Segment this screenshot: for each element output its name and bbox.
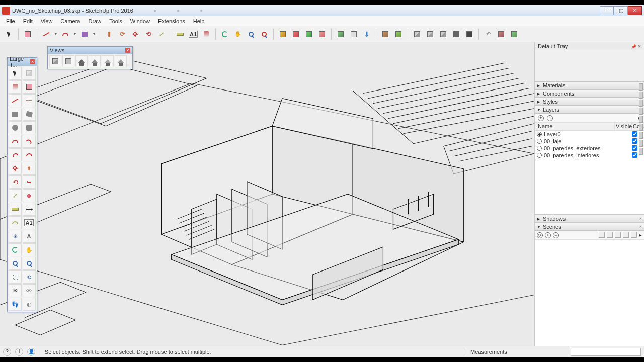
tb-axes[interactable]: ✳ (9, 230, 22, 243)
layer-active-radio[interactable] (537, 153, 542, 158)
scene-menu-button[interactable]: ▸ (639, 232, 642, 238)
layer-name[interactable]: 00_paredes_exteriores (544, 145, 627, 151)
tb-zoomwin[interactable] (23, 257, 36, 270)
shape-tool[interactable] (78, 28, 91, 40)
pan-tool[interactable]: ✋ (232, 28, 244, 40)
pin-icon[interactable]: 📌 (631, 44, 636, 49)
scene-view2-button[interactable] (623, 232, 629, 238)
offset-tool[interactable]: ⟳ (116, 28, 128, 40)
arc-tool[interactable] (59, 28, 71, 40)
large-toolset-panel[interactable]: Large T...× 〰 ✥ ⬆ ⟲ ↪ (7, 57, 37, 312)
solid1-tool[interactable] (379, 28, 391, 40)
shape-dropdown[interactable]: ▾ (92, 32, 97, 36)
menu-extensions[interactable]: Extensions (154, 17, 189, 25)
tb-rotate[interactable]: ⟲ (9, 175, 22, 189)
viewport[interactable] (0, 42, 534, 346)
menu-draw[interactable]: Draw (84, 17, 105, 25)
materials-panel-header[interactable]: ▶ Materials × (535, 81, 644, 89)
close-icon[interactable]: × (639, 224, 642, 229)
tray-title[interactable]: Default Tray 📌 × (535, 42, 644, 50)
geo2-tool[interactable] (348, 28, 360, 40)
layer-active-radio[interactable] (537, 146, 542, 151)
zoom-extents-tool[interactable] (258, 28, 270, 40)
rotate-tool[interactable]: ⟲ (142, 28, 154, 40)
scene-down-button[interactable] (607, 232, 613, 238)
remove-layer-button[interactable]: − (547, 115, 553, 121)
tb-line[interactable] (9, 94, 22, 107)
close-button[interactable]: ✕ (628, 6, 642, 15)
select-tool[interactable] (3, 28, 15, 40)
add-layer-button[interactable]: + (538, 115, 544, 121)
eraser-tool[interactable] (22, 28, 34, 40)
tb-arc3[interactable] (9, 148, 22, 161)
view-left[interactable] (115, 55, 127, 67)
styles-panel-header[interactable]: ▶ Styles × (535, 98, 644, 106)
tb-polygon[interactable] (23, 121, 36, 134)
tb-zoomext[interactable]: ⛶ (9, 270, 22, 284)
close-icon[interactable]: × (639, 216, 642, 221)
paint-tool[interactable] (200, 28, 212, 40)
tb-walk[interactable]: 👣 (9, 298, 22, 311)
layer-row[interactable]: 00_paredes_exteriores (535, 145, 644, 152)
tb-offset[interactable]: ⊚ (23, 189, 36, 202)
close-icon[interactable]: × (30, 59, 35, 64)
tb-paint[interactable] (9, 80, 22, 94)
tb-select[interactable] (9, 67, 22, 80)
measurements-input[interactable] (571, 348, 641, 356)
shadows-panel-header[interactable]: ▶ Shadows × (535, 215, 644, 223)
view-right[interactable] (89, 55, 101, 67)
tb-circle[interactable] (9, 121, 22, 134)
tb-rotrect[interactable] (23, 108, 36, 121)
share-tool[interactable] (290, 28, 302, 40)
tb-position[interactable]: 👁 (9, 284, 22, 297)
line-tool[interactable] (40, 28, 52, 40)
tb-prev[interactable]: ⟲ (23, 270, 36, 284)
scene-up-button[interactable] (599, 232, 605, 238)
menu-file[interactable]: File (2, 17, 19, 25)
move-tool[interactable]: ✥ (129, 28, 141, 40)
layers-panel-header[interactable]: ▼ Layers × (535, 106, 644, 114)
layer-row[interactable]: 00_paredes_interiores (535, 152, 644, 159)
minimize-button[interactable]: — (600, 6, 614, 15)
scale-tool[interactable]: ⤢ (155, 28, 168, 40)
tb-3dtext[interactable]: A (23, 230, 36, 243)
tb-arc[interactable] (9, 135, 22, 148)
geo3-tool[interactable]: ⬇ (361, 28, 373, 40)
tb-dimension[interactable]: ⟷ (23, 203, 36, 216)
layer-active-radio[interactable] (537, 132, 542, 137)
ext3-tool[interactable] (437, 28, 449, 40)
menu-window[interactable]: Window (126, 17, 154, 25)
geo-tool[interactable] (335, 28, 347, 40)
tb-orbit[interactable] (9, 243, 22, 256)
arc-dropdown[interactable]: ▾ (72, 32, 77, 36)
tb-make[interactable] (23, 67, 36, 80)
tb-text[interactable]: A1 (23, 216, 36, 229)
scene-add-button[interactable]: + (545, 232, 551, 238)
scene-remove-button[interactable]: − (553, 232, 559, 238)
tape-tool[interactable] (174, 28, 186, 40)
tb-move[interactable]: ✥ (9, 162, 22, 175)
tb-zoom[interactable] (9, 257, 22, 270)
extension-tool[interactable] (303, 28, 315, 40)
tb-followme[interactable]: ↪ (23, 175, 36, 189)
view-top[interactable] (62, 55, 74, 67)
maximize-button[interactable]: ▢ (614, 6, 628, 15)
ext2-tool[interactable] (424, 28, 436, 40)
text-tool[interactable]: A1 (187, 28, 199, 40)
layer-row[interactable]: 00_laje (535, 138, 644, 145)
ext1-tool[interactable] (411, 28, 423, 40)
scenes-panel-header[interactable]: ▼ Scenes × (535, 223, 644, 231)
panel-title[interactable]: Views× (48, 47, 132, 54)
info-icon[interactable]: i (15, 348, 23, 356)
scene-detail-button[interactable] (631, 232, 637, 238)
help-icon[interactable]: ? (3, 348, 11, 356)
tb-protractor[interactable] (9, 216, 22, 229)
tb-tape[interactable] (9, 203, 22, 216)
user-icon[interactable]: 👤 (27, 348, 35, 356)
undo-tool[interactable]: ↶ (482, 28, 494, 40)
tray-side-tabs[interactable] (639, 83, 644, 155)
scene-view1-button[interactable] (615, 232, 621, 238)
ext4-tool[interactable] (450, 28, 462, 40)
view-front[interactable] (75, 55, 88, 67)
tb-eraser[interactable] (23, 80, 36, 94)
